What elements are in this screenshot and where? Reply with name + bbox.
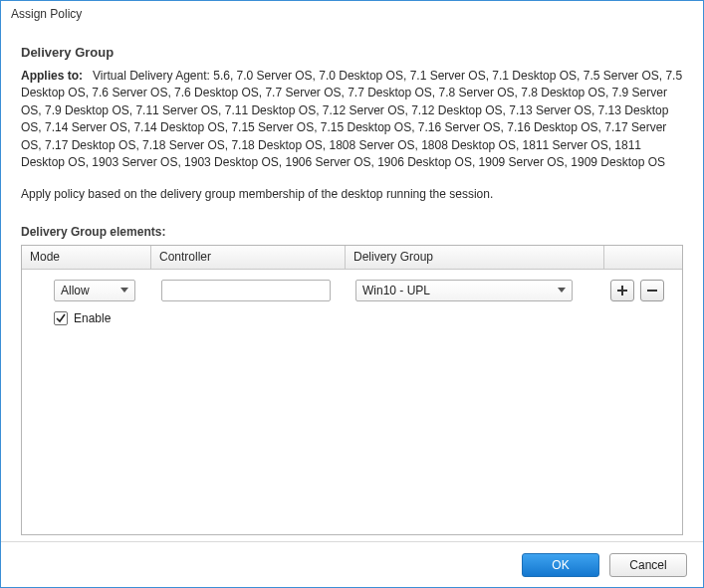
elements-grid: Mode Controller Delivery Group Allow (21, 245, 683, 535)
enable-label: Enable (74, 311, 111, 325)
enable-row: Enable (54, 311, 149, 325)
policy-description: Apply policy based on the delivery group… (21, 187, 683, 201)
cell-actions (600, 280, 678, 301)
cell-controller (155, 280, 350, 301)
column-header-controller[interactable]: Controller (151, 246, 346, 269)
content-area: Delivery Group Applies to: Virtual Deliv… (1, 23, 703, 541)
cell-delivery-group: Win10 - UPL (350, 280, 600, 301)
table-row: Allow Enable (22, 270, 682, 331)
grid-header: Mode Controller Delivery Group (22, 246, 682, 270)
delivery-group-heading: Delivery Group (21, 45, 683, 60)
window-title: Assign Policy (1, 1, 703, 23)
column-header-delivery-group[interactable]: Delivery Group (346, 246, 604, 269)
cancel-button[interactable]: Cancel (609, 553, 687, 577)
ok-button[interactable]: OK (522, 553, 599, 577)
mode-select-value: Allow (61, 284, 90, 297)
delivery-group-select[interactable]: Win10 - UPL (355, 280, 573, 301)
assign-policy-window: Assign Policy Delivery Group Applies to:… (0, 0, 704, 588)
applies-to-line: Applies to: Virtual Delivery Agent: 5.6,… (21, 68, 683, 171)
remove-row-button[interactable] (640, 280, 664, 301)
applies-to-label: Applies to: (21, 69, 83, 83)
mode-select[interactable]: Allow (54, 280, 135, 301)
column-header-actions (604, 246, 682, 269)
dialog-footer: OK Cancel (1, 541, 703, 587)
add-row-button[interactable] (610, 280, 634, 301)
column-header-mode[interactable]: Mode (22, 246, 151, 269)
controller-input[interactable] (161, 280, 331, 301)
applies-to-text: Virtual Delivery Agent: 5.6, 7.0 Server … (21, 69, 682, 169)
minus-icon (646, 285, 658, 296)
chevron-down-icon (558, 288, 566, 294)
elements-label: Delivery Group elements: (21, 225, 683, 239)
plus-icon (616, 285, 628, 296)
enable-checkbox[interactable] (54, 311, 68, 325)
cell-mode: Allow Enable (26, 280, 155, 325)
delivery-group-value: Win10 - UPL (362, 284, 430, 297)
grid-body: Allow Enable (22, 270, 682, 534)
chevron-down-icon (120, 288, 128, 294)
